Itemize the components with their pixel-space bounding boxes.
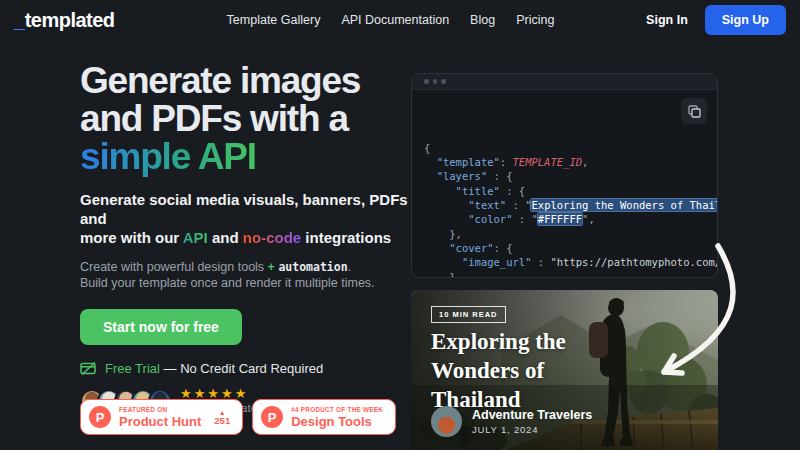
rendered-image-preview: 10 MIN READ Exploring the Wonders of Tha…: [411, 290, 718, 450]
selected-text: Exploring the Wonders of Thailand: [531, 199, 718, 211]
hero-title-line2: and PDFs with a: [80, 98, 348, 139]
copy-code-button[interactable]: [681, 98, 707, 124]
code-line: "text" : "Exploring the Wonders of Thail…: [424, 198, 705, 212]
hero-subtitle: Generate social media visuals, banners, …: [80, 190, 415, 247]
badge-title: Design Tools: [291, 414, 383, 429]
no-credit-card-icon: [80, 361, 97, 376]
nocode-highlight: no-code: [243, 229, 301, 246]
code-line: "template": TEMPLATE_ID,: [424, 155, 705, 169]
author-avatar: [431, 406, 462, 437]
logo[interactable]: _templated: [14, 9, 115, 32]
hero-body-text: Create with powerful design tools + auto…: [80, 259, 415, 291]
header: _templated Template GalleryAPI Documenta…: [0, 0, 800, 40]
nav-item-template-gallery[interactable]: Template Gallery: [227, 13, 321, 27]
free-trial-label: Free Trial: [105, 361, 160, 376]
article-date: JULY 1, 2024: [472, 424, 592, 435]
badge-title: Product Hunt: [119, 414, 201, 429]
read-time-badge: 10 MIN READ: [431, 306, 506, 323]
start-free-button[interactable]: Start now for free: [80, 309, 242, 345]
main-nav: Template GalleryAPI DocumentationBlogPri…: [227, 13, 555, 27]
logo-underscore: _: [14, 9, 25, 31]
hero-title: Generate images and PDFs with a simple A…: [80, 62, 415, 176]
code-editor-panel: { "template": TEMPLATE_ID, "layers" : { …: [411, 73, 718, 278]
code-line: "layers" : {: [424, 169, 705, 183]
code-line: },: [424, 227, 705, 241]
badge-caption: FEATURED ON: [119, 406, 201, 413]
hero-title-gradient: simple API: [80, 136, 256, 177]
product-hunt-week-badge[interactable]: P #4 PRODUCT OF THE WEEK Design Tools: [252, 399, 396, 435]
landing-page: _templated Template GalleryAPI Documenta…: [0, 0, 800, 450]
selected-text: #FFFFFF: [538, 213, 582, 225]
code-json-body: { "template": TEMPLATE_ID, "layers" : { …: [412, 90, 717, 278]
code-editor-titlebar: [412, 74, 717, 90]
hero-section: Generate images and PDFs with a simple A…: [80, 62, 415, 414]
product-hunt-icon: P: [89, 406, 111, 428]
article-title: Exploring the Wonders of Thailand: [431, 327, 566, 414]
api-highlight: API: [183, 229, 208, 246]
plus-highlight: +: [268, 260, 275, 274]
window-dot-icon: [441, 79, 446, 84]
auth-actions: Sign In Sign Up: [646, 5, 786, 35]
logo-text: templated: [25, 9, 115, 31]
author-name: Adventure Travelers: [472, 408, 592, 422]
sign-up-button[interactable]: Sign Up: [705, 5, 786, 35]
automation-code: automation: [278, 260, 347, 274]
author-row: Adventure Travelers JULY 1, 2024: [431, 406, 592, 437]
window-dot-icon: [424, 79, 429, 84]
code-line: "cover": {: [424, 241, 705, 255]
code-line: "image_url" : "https://pathtomyphoto.com…: [424, 255, 705, 269]
code-line: "color" : "#FFFFFF",: [424, 212, 705, 226]
product-hunt-icon: P: [261, 406, 283, 428]
window-dot-icon: [433, 79, 438, 84]
nav-item-pricing[interactable]: Pricing: [516, 13, 554, 27]
nav-item-api-documentation[interactable]: API Documentation: [341, 13, 449, 27]
upvote-count: ▲ 251: [214, 409, 230, 426]
code-line: }: [424, 270, 705, 278]
code-line: "title" : {: [424, 184, 705, 198]
badge-caption: #4 PRODUCT OF THE WEEK: [291, 406, 383, 413]
product-hunt-badges: P FEATURED ON Product Hunt ▲ 251 P #4 PR…: [80, 399, 396, 435]
hero-title-line1: Generate images: [80, 60, 360, 101]
sign-in-link[interactable]: Sign In: [646, 13, 688, 27]
product-hunt-featured-badge[interactable]: P FEATURED ON Product Hunt ▲ 251: [80, 399, 243, 435]
nav-item-blog[interactable]: Blog: [470, 13, 495, 27]
free-trial-row: Free Trial — No Credit Card Required: [80, 361, 415, 376]
code-line: {: [424, 141, 705, 155]
